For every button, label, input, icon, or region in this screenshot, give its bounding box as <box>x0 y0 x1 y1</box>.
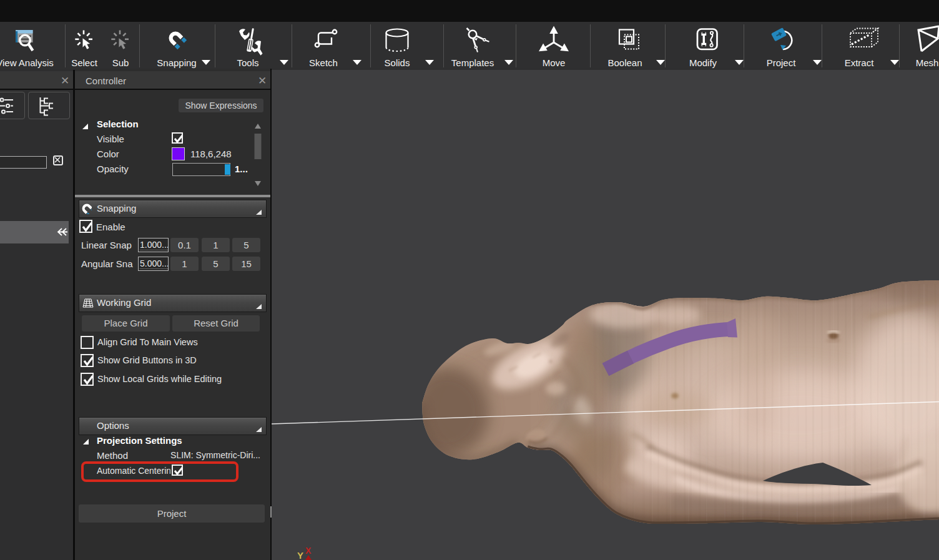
svg-text:X: X <box>305 546 312 556</box>
svg-text:Y: Y <box>297 550 303 560</box>
